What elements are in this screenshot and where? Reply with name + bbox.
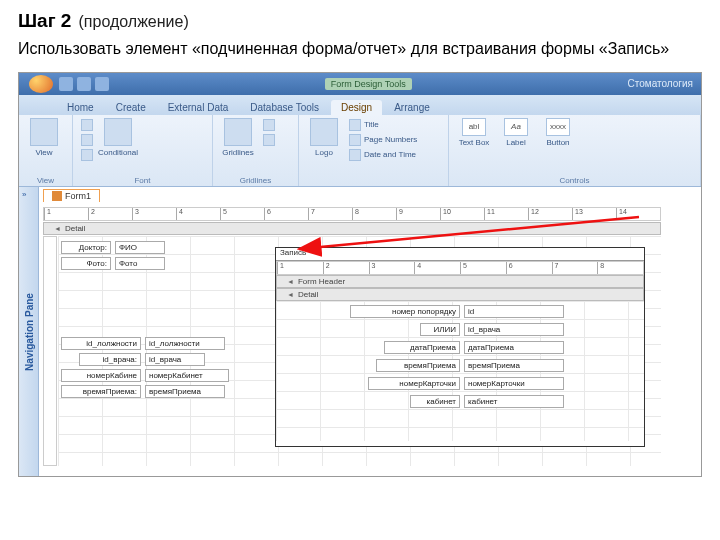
field-doctor[interactable]: ФИО bbox=[115, 241, 165, 254]
ribbon: View View Conditional Fo bbox=[19, 115, 701, 187]
navpane-toggle-icon[interactable]: » bbox=[22, 190, 26, 199]
sub-value-0[interactable]: id bbox=[464, 305, 564, 318]
subform-control[interactable]: Запись 1 2 3 4 5 6 7 8 Form Header bbox=[275, 247, 645, 447]
logo-button[interactable]: Logo bbox=[305, 118, 343, 157]
slide: Шаг 2 (продолжение) Использовать элемент… bbox=[0, 0, 720, 487]
sub-label-1[interactable]: ИЛИИ bbox=[420, 323, 460, 336]
sub-value-3[interactable]: времяПриема bbox=[464, 359, 564, 372]
field-nomerkab[interactable]: номерКабинет bbox=[145, 369, 229, 382]
ribbon-group-view: View View bbox=[19, 115, 73, 186]
navigation-pane[interactable]: » Navigation Pane bbox=[19, 187, 39, 477]
button-control[interactable]: xxxx Button bbox=[539, 118, 577, 147]
font-icon bbox=[81, 119, 93, 131]
tab-external-data[interactable]: External Data bbox=[158, 100, 239, 115]
titlebar: Form Design Tools Стоматология bbox=[19, 73, 701, 95]
label-nomerkab[interactable]: номерКабине bbox=[61, 369, 141, 382]
tab-home[interactable]: Home bbox=[57, 100, 104, 115]
sub-value-5[interactable]: кабинет bbox=[464, 395, 564, 408]
label-doctor[interactable]: Доктор: bbox=[61, 241, 111, 254]
sub-label-5[interactable]: кабинет bbox=[410, 395, 460, 408]
conditional-button[interactable]: Conditional bbox=[99, 118, 137, 157]
font-row1[interactable] bbox=[79, 118, 95, 132]
subform-grid[interactable] bbox=[276, 301, 644, 441]
label-photo[interactable]: Фото: bbox=[61, 257, 111, 270]
gridstyle-icon bbox=[263, 119, 275, 131]
ribbon-group-font: Conditional Font bbox=[73, 115, 213, 186]
page-numbers-button[interactable]: Page Numbers bbox=[347, 133, 419, 147]
app-title: Стоматология bbox=[628, 78, 693, 89]
tab-arrange[interactable]: Arrange bbox=[384, 100, 440, 115]
conditional-icon bbox=[104, 118, 132, 146]
step-subtitle: (продолжение) bbox=[78, 13, 188, 30]
ribbon-tabs: Home Create External Data Database Tools… bbox=[19, 95, 701, 115]
label-id-dolzh[interactable]: id_лолжности bbox=[61, 337, 141, 350]
sub-value-1[interactable]: id_врача bbox=[464, 323, 564, 336]
conditional-label: Conditional bbox=[98, 148, 138, 157]
subform-section-detail[interactable]: Detail bbox=[276, 288, 644, 301]
subform-ruler: 1 2 3 4 5 6 7 8 bbox=[276, 261, 644, 275]
group-label-controls: Controls bbox=[455, 176, 694, 185]
gridlines-icon bbox=[224, 118, 252, 146]
ribbon-group-gridlines: Gridlines Gridlines bbox=[213, 115, 299, 186]
tab-database-tools[interactable]: Database Tools bbox=[240, 100, 329, 115]
section-detail[interactable]: Detail bbox=[43, 222, 661, 235]
field-photo[interactable]: Фото bbox=[115, 257, 165, 270]
title-button[interactable]: Title bbox=[347, 118, 419, 132]
ribbon-group-controls: abl Text Box Aa Label xxxx Button Contro… bbox=[449, 115, 701, 186]
field-vremya[interactable]: времяПриема bbox=[145, 385, 225, 398]
sub-label-2[interactable]: датаПриема bbox=[384, 341, 460, 354]
gridlines-label: Gridlines bbox=[222, 148, 254, 157]
view-icon bbox=[30, 118, 58, 146]
sub-label-3[interactable]: времяПриема bbox=[376, 359, 460, 372]
title-center: Form Design Tools bbox=[115, 78, 622, 89]
textbox-button[interactable]: abl Text Box bbox=[455, 118, 493, 147]
redo-icon[interactable] bbox=[95, 77, 109, 91]
color-icon bbox=[81, 149, 93, 161]
label-id-vracha[interactable]: id_врача: bbox=[79, 353, 141, 366]
group-label-gridlines: Gridlines bbox=[219, 176, 292, 185]
button-icon: xxxx bbox=[546, 118, 570, 136]
workarea: » Navigation Pane Form1 1 2 3 4 5 6 7 8 bbox=[19, 187, 701, 477]
access-screenshot: Form Design Tools Стоматология Home Crea… bbox=[18, 72, 702, 477]
bold-icon bbox=[81, 134, 93, 146]
title-icon bbox=[349, 119, 361, 131]
step-description: Использовать элемент «подчиненная форма/… bbox=[18, 38, 702, 60]
sub-label-4[interactable]: номерКарточки bbox=[368, 377, 460, 390]
form-tab-label: Form1 bbox=[65, 191, 91, 201]
tab-design[interactable]: Design bbox=[331, 100, 382, 115]
font-row2[interactable] bbox=[79, 133, 95, 147]
context-tools-badge: Form Design Tools bbox=[325, 78, 412, 90]
view-button[interactable]: View bbox=[25, 118, 63, 157]
label-button[interactable]: Aa Label bbox=[497, 118, 535, 147]
logo-icon bbox=[310, 118, 338, 146]
tab-create[interactable]: Create bbox=[106, 100, 156, 115]
undo-icon[interactable] bbox=[77, 77, 91, 91]
quick-access-toolbar bbox=[59, 77, 109, 91]
step-number: Шаг 2 bbox=[18, 10, 71, 31]
group-label-view: View bbox=[25, 176, 66, 185]
form-icon bbox=[52, 191, 62, 201]
label-vremya[interactable]: времяПриема: bbox=[61, 385, 141, 398]
textbox-icon: abl bbox=[462, 118, 486, 136]
datetime-icon bbox=[349, 149, 361, 161]
sub-value-4[interactable]: номерКарточки bbox=[464, 377, 564, 390]
ruler-horizontal: 1 2 3 4 5 6 7 8 9 10 11 12 13 14 bbox=[43, 207, 661, 221]
sub-value-2[interactable]: датаПриема bbox=[464, 341, 564, 354]
view-label: View bbox=[35, 148, 52, 157]
field-id-vracha[interactable]: id_врача bbox=[145, 353, 205, 366]
field-id-dolzh[interactable]: id_лолжности bbox=[145, 337, 225, 350]
date-time-button[interactable]: Date and Time bbox=[347, 148, 419, 162]
save-icon[interactable] bbox=[59, 77, 73, 91]
navpane-label: Navigation Pane bbox=[23, 293, 34, 371]
sub-label-0[interactable]: номер попорядку bbox=[350, 305, 460, 318]
office-button-icon[interactable] bbox=[29, 75, 53, 93]
gridstyle-icon bbox=[263, 134, 275, 146]
design-canvas[interactable]: Form1 1 2 3 4 5 6 7 8 9 10 11 12 13 bbox=[39, 187, 701, 477]
form-tab[interactable]: Form1 bbox=[43, 189, 100, 202]
subform-section-header[interactable]: Form Header bbox=[276, 275, 644, 288]
font-row3[interactable] bbox=[79, 148, 95, 162]
grid-style-1[interactable] bbox=[261, 118, 277, 132]
grid-style-2[interactable] bbox=[261, 133, 277, 147]
gridlines-button[interactable]: Gridlines bbox=[219, 118, 257, 157]
group-label-font: Font bbox=[79, 176, 206, 185]
